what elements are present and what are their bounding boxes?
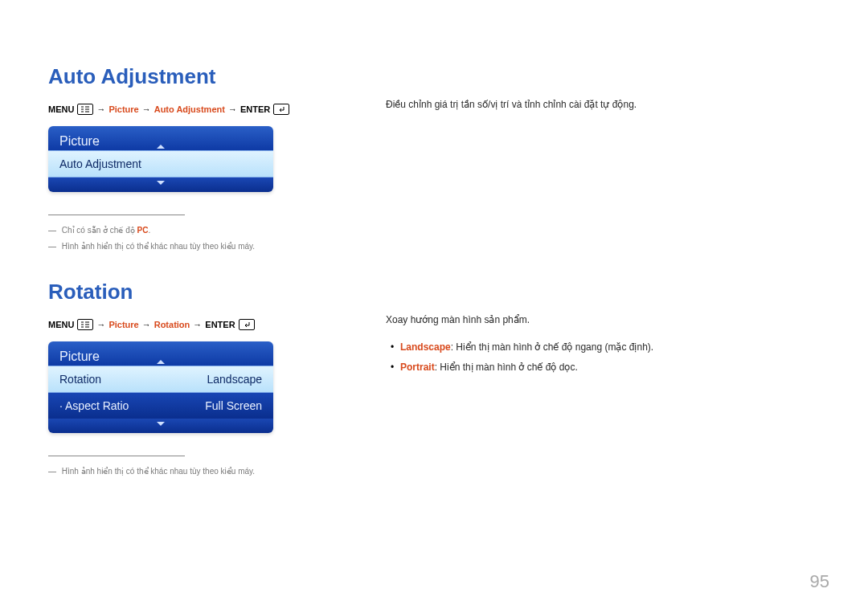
left-column: Auto Adjustment MENU → Picture → Auto Ad…	[48, 64, 321, 255]
osd-panel: Picture Rotation Landscape · Aspect Rati…	[48, 341, 273, 433]
osd-header-label: Picture	[59, 349, 100, 363]
footnote-text: Hình ảnh hiển thị có thể khác nhau tùy t…	[62, 242, 255, 251]
osd-row-label: · Aspect Ratio	[59, 399, 129, 412]
footnote-text: Hình ảnh hiển thị có thể khác nhau tùy t…	[62, 467, 255, 476]
option-key: Portrait	[400, 362, 435, 373]
option-key: Landscape	[400, 341, 451, 353]
arrow-icon: →	[228, 104, 237, 114]
menu-icon	[77, 319, 93, 330]
osd-row-value: Full Screen	[205, 399, 262, 412]
divider	[48, 215, 185, 215]
footnote: ― Hình ảnh hiển thị có thể khác nhau tùy…	[48, 464, 321, 479]
osd-header: Picture	[48, 341, 273, 366]
footnote: ― Hình ảnh hiển thị có thể khác nhau tùy…	[48, 239, 321, 254]
menu-icon	[77, 104, 93, 115]
left-column: Rotation MENU → Picture → Rotation → ENT…	[48, 280, 321, 480]
divider	[48, 456, 185, 456]
menu-path: MENU → Picture → Auto Adjustment → ENTER	[48, 104, 321, 115]
chevron-up-icon	[157, 360, 165, 364]
footnote: ― Chỉ có sẵn ở chế độ PC.	[48, 223, 321, 238]
footnote-suffix: .	[148, 226, 150, 235]
arrow-icon: →	[96, 320, 105, 329]
footnote-key: PC	[137, 226, 148, 235]
osd-row-label: Rotation	[59, 373, 101, 386]
osd-row: · Aspect Ratio Full Screen	[48, 393, 273, 419]
option-text: : Hiển thị màn hình ở chế độ ngang (mặc …	[451, 341, 653, 353]
arrow-icon: →	[96, 104, 105, 114]
right-column: Xoay hướng màn hình sản phẩm. Landscape:…	[386, 280, 820, 380]
arrow-icon: →	[193, 320, 202, 329]
arrow-icon: →	[142, 320, 151, 329]
path-segment: Picture	[108, 320, 138, 329]
chevron-up-icon	[157, 145, 165, 149]
osd-footer	[48, 419, 273, 433]
footnote-text: Chỉ có sẵn ở chế độ	[62, 226, 137, 235]
chevron-down-icon	[157, 181, 165, 185]
osd-row: Auto Adjustment	[48, 150, 273, 178]
enter-keyword: ENTER	[240, 104, 270, 114]
enter-keyword: ENTER	[205, 320, 235, 329]
chevron-down-icon	[157, 422, 165, 426]
list-item: Portrait: Hiển thị màn hình ở chế độ dọc…	[386, 359, 820, 377]
right-column: Điều chỉnh giá trị tần số/vị trí và tỉnh…	[386, 64, 820, 124]
path-segment: Picture	[108, 104, 138, 114]
menu-path: MENU → Picture → Rotation → ENTER	[48, 319, 321, 330]
menu-keyword: MENU	[48, 320, 74, 329]
list-item: Landscape: Hiển thị màn hình ở chế độ ng…	[386, 339, 820, 357]
option-text: : Hiển thị màn hình ở chế độ dọc.	[435, 362, 578, 373]
section-description: Điều chỉnh giá trị tần số/vị trí và tỉnh…	[386, 96, 820, 114]
enter-icon	[239, 319, 255, 330]
dash-icon: ―	[48, 226, 56, 235]
menu-keyword: MENU	[48, 104, 74, 114]
page-number: 95	[810, 571, 829, 592]
section-title: Auto Adjustment	[48, 64, 321, 89]
osd-panel: Picture Auto Adjustment	[48, 126, 273, 192]
osd-header-label: Picture	[59, 134, 100, 148]
manual-page: Auto Adjustment MENU → Picture → Auto Ad…	[0, 0, 868, 613]
osd-row: Rotation Landscape	[48, 366, 273, 393]
section-rotation: Rotation MENU → Picture → Rotation → ENT…	[48, 280, 820, 480]
osd-header: Picture	[48, 126, 273, 150]
path-segment: Rotation	[154, 320, 190, 329]
section-title: Rotation	[48, 280, 321, 304]
arrow-icon: →	[142, 104, 151, 114]
osd-footer	[48, 178, 273, 192]
dash-icon: ―	[48, 467, 56, 476]
osd-row-value: Landscape	[207, 373, 262, 386]
osd-row-label: Auto Adjustment	[59, 157, 141, 170]
enter-icon	[273, 104, 289, 115]
path-segment: Auto Adjustment	[154, 104, 225, 114]
section-description: Xoay hướng màn hình sản phẩm.	[386, 312, 820, 329]
section-auto-adjustment: Auto Adjustment MENU → Picture → Auto Ad…	[48, 64, 820, 255]
option-list: Landscape: Hiển thị màn hình ở chế độ ng…	[386, 339, 820, 377]
dash-icon: ―	[48, 242, 56, 251]
